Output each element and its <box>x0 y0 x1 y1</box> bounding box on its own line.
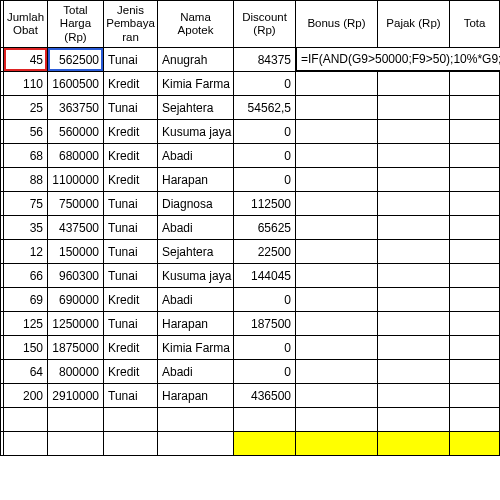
empty-cell[interactable] <box>4 408 48 432</box>
cell-total-right[interactable] <box>450 168 500 192</box>
cell-total[interactable]: 680000 <box>48 144 104 168</box>
cell-jumlah[interactable]: 64 <box>4 360 48 384</box>
column-header[interactable]: Nama Apotek <box>158 0 234 48</box>
cell-discount[interactable]: 0 <box>234 288 296 312</box>
cell-total[interactable]: 2910000 <box>48 384 104 408</box>
cell-total-right[interactable] <box>450 384 500 408</box>
cell-apotek[interactable]: Sejahtera <box>158 240 234 264</box>
empty-cell[interactable] <box>234 408 296 432</box>
cell-apotek[interactable]: Diagnosa <box>158 192 234 216</box>
cell-jumlah[interactable]: 68 <box>4 144 48 168</box>
cell-apotek[interactable]: Anugrah <box>158 48 234 72</box>
cell-bonus[interactable] <box>296 264 378 288</box>
empty-cell[interactable] <box>378 408 450 432</box>
cell-jenis[interactable]: Kredit <box>104 120 158 144</box>
cell-jenis[interactable]: Tunai <box>104 312 158 336</box>
cell-discount[interactable]: 0 <box>234 336 296 360</box>
cell-jumlah[interactable]: 35 <box>4 216 48 240</box>
cell-jumlah[interactable]: 66 <box>4 264 48 288</box>
cell-total-right[interactable] <box>450 192 500 216</box>
cell-jenis[interactable]: Tunai <box>104 192 158 216</box>
cell-bonus[interactable] <box>296 72 378 96</box>
cell-total-right[interactable] <box>450 360 500 384</box>
cell-discount[interactable]: 0 <box>234 120 296 144</box>
cell-jumlah[interactable]: 69 <box>4 288 48 312</box>
cell-total[interactable]: 800000 <box>48 360 104 384</box>
empty-cell[interactable] <box>158 408 234 432</box>
column-header[interactable]: Jenis Pembaya ran <box>104 0 158 48</box>
cell-jumlah[interactable]: 125 <box>4 312 48 336</box>
cell-jenis[interactable]: Tunai <box>104 240 158 264</box>
cell-apotek[interactable]: Abadi <box>158 144 234 168</box>
cell-jumlah[interactable]: 75 <box>4 192 48 216</box>
cell-apotek[interactable]: Abadi <box>158 288 234 312</box>
summary-cell[interactable] <box>104 432 158 456</box>
column-header[interactable]: Total Harga (Rp) <box>48 0 104 48</box>
cell-discount[interactable]: 144045 <box>234 264 296 288</box>
cell-pajak[interactable] <box>378 144 450 168</box>
column-header[interactable]: Tota <box>450 0 500 48</box>
column-header[interactable]: Discount (Rp) <box>234 0 296 48</box>
cell-jumlah[interactable]: 12 <box>4 240 48 264</box>
empty-cell[interactable] <box>104 408 158 432</box>
cell-total[interactable]: 560000 <box>48 120 104 144</box>
cell-bonus[interactable] <box>296 144 378 168</box>
cell-discount[interactable]: 0 <box>234 72 296 96</box>
cell-jenis[interactable]: Kredit <box>104 168 158 192</box>
cell-bonus-formula[interactable]: =IF(AND(G9>50000;F9>50);10%*G9;0) <box>296 48 378 72</box>
cell-apotek[interactable]: Harapan <box>158 312 234 336</box>
cell-total[interactable]: 437500 <box>48 216 104 240</box>
cell-total[interactable]: 1100000 <box>48 168 104 192</box>
cell-pajak[interactable] <box>378 120 450 144</box>
summary-cell[interactable] <box>378 432 450 456</box>
cell-total[interactable]: 150000 <box>48 240 104 264</box>
cell-total-right[interactable] <box>450 240 500 264</box>
summary-cell[interactable] <box>4 432 48 456</box>
cell-total[interactable]: 750000 <box>48 192 104 216</box>
cell-pajak[interactable] <box>378 360 450 384</box>
cell-total-right[interactable] <box>450 312 500 336</box>
cell-total[interactable]: 1600500 <box>48 72 104 96</box>
cell-pajak[interactable] <box>378 72 450 96</box>
cell-pajak[interactable] <box>378 384 450 408</box>
cell-total-right[interactable] <box>450 264 500 288</box>
cell-discount[interactable]: 436500 <box>234 384 296 408</box>
cell-apotek[interactable]: Kusuma jaya <box>158 264 234 288</box>
cell-jenis[interactable]: Kredit <box>104 72 158 96</box>
cell-jenis[interactable]: Tunai <box>104 96 158 120</box>
cell-bonus[interactable] <box>296 120 378 144</box>
cell-total-right[interactable] <box>450 336 500 360</box>
formula-editor[interactable]: =IF(AND(G9>50000;F9>50);10%*G9;0) <box>296 47 500 71</box>
cell-discount[interactable]: 0 <box>234 144 296 168</box>
cell-jenis[interactable]: Kredit <box>104 336 158 360</box>
cell-discount[interactable]: 84375 <box>234 48 296 72</box>
cell-total[interactable]: 562500 <box>48 48 104 72</box>
cell-bonus[interactable] <box>296 192 378 216</box>
cell-apotek[interactable]: Abadi <box>158 360 234 384</box>
cell-apotek[interactable]: Harapan <box>158 384 234 408</box>
cell-bonus[interactable] <box>296 96 378 120</box>
summary-cell[interactable] <box>296 432 378 456</box>
column-header[interactable]: Bonus (Rp) <box>296 0 378 48</box>
cell-jenis[interactable]: Kredit <box>104 360 158 384</box>
cell-bonus[interactable] <box>296 240 378 264</box>
cell-total[interactable]: 1875000 <box>48 336 104 360</box>
cell-jumlah[interactable]: 25 <box>4 96 48 120</box>
cell-pajak[interactable] <box>378 168 450 192</box>
cell-total-right[interactable] <box>450 144 500 168</box>
cell-bonus[interactable] <box>296 384 378 408</box>
cell-bonus[interactable] <box>296 288 378 312</box>
cell-apotek[interactable]: Sejahtera <box>158 96 234 120</box>
empty-cell[interactable] <box>48 408 104 432</box>
cell-apotek[interactable]: Kimia Farma <box>158 72 234 96</box>
cell-bonus[interactable] <box>296 360 378 384</box>
summary-cell[interactable] <box>234 432 296 456</box>
cell-jumlah[interactable]: 110 <box>4 72 48 96</box>
cell-apotek[interactable]: Kimia Farma <box>158 336 234 360</box>
cell-pajak[interactable] <box>378 264 450 288</box>
cell-discount[interactable]: 54562,5 <box>234 96 296 120</box>
cell-apotek[interactable]: Abadi <box>158 216 234 240</box>
cell-total-right[interactable] <box>450 216 500 240</box>
summary-cell[interactable] <box>450 432 500 456</box>
summary-cell[interactable] <box>48 432 104 456</box>
